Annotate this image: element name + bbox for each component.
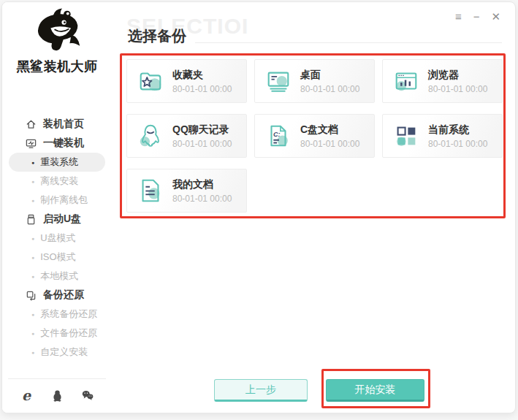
- wechat-icon[interactable]: [80, 388, 95, 402]
- desktop-icon: [264, 67, 292, 95]
- sidebar-item-label: 文件备份还原: [40, 327, 97, 340]
- page-title: 选择备份: [128, 26, 186, 46]
- app-logo: 黑鲨装机大师: [2, 2, 112, 75]
- backup-card-title: QQ聊天记录: [172, 123, 232, 137]
- sidebar-item-label: 制作离线包: [40, 194, 88, 207]
- ie-icon[interactable]: e: [19, 388, 34, 402]
- backup-card-time: 80-01-01 00:00: [428, 139, 487, 149]
- close-icon[interactable]: ✕: [491, 11, 500, 22]
- main-content: ≡ − ✕ SELECTIOI 选择备份 收藏夹 80-01-01 00:00: [112, 2, 515, 413]
- backup-card-time: 80-01-01 00:00: [172, 84, 232, 94]
- sidebar-item-backup-restore[interactable]: 备份还原: [2, 286, 112, 305]
- title-underline: [195, 42, 502, 43]
- sidebar-item-label: U盘模式: [40, 232, 75, 245]
- qq-icon[interactable]: [50, 388, 64, 402]
- sidebar: 黑鲨装机大师 装机首页 一键装机 重装系统 离线安装 制: [2, 2, 112, 413]
- sidebar-item-home[interactable]: 装机首页: [2, 115, 112, 134]
- sidebar-item-label: 启动U盘: [43, 213, 81, 226]
- backup-card-my-documents[interactable]: 我的文档 80-01-01 00:00: [126, 169, 247, 213]
- sidebar-item-boot-usb[interactable]: 启动U盘: [2, 210, 112, 229]
- previous-step-button[interactable]: 上一步: [214, 379, 308, 402]
- sidebar-item-label: ISO模式: [40, 251, 75, 264]
- favorites-folder-icon: [137, 67, 164, 95]
- my-documents-icon: [137, 177, 164, 205]
- sidebar-item-usb-mode[interactable]: U盘模式: [9, 229, 105, 248]
- sidebar-item-system-backup-restore[interactable]: 系统备份还原: [9, 305, 105, 324]
- backup-card-title: 浏览器: [428, 69, 487, 82]
- backup-card-time: 80-01-01 00:00: [172, 139, 232, 149]
- sidebar-item-label: 自定义安装: [40, 345, 88, 359]
- one-key-install-icon: [26, 138, 37, 149]
- shark-logo-icon: [25, 45, 89, 57]
- home-icon: [26, 119, 37, 130]
- backup-card-time: 80-01-01 00:00: [300, 139, 359, 149]
- backup-card-browser[interactable]: 浏览器 80-01-01 00:00: [382, 59, 503, 103]
- backup-card-c-drive-docs[interactable]: C: C盘文档 80-01-01 00:00: [254, 114, 375, 158]
- backup-card-title: 桌面: [300, 69, 359, 82]
- backup-card-title: 我的文档: [172, 178, 232, 191]
- start-install-button[interactable]: 开始安装: [326, 379, 424, 402]
- sidebar-item-label: 一键装机: [43, 137, 84, 150]
- backup-card-time: 80-01-01 00:00: [300, 84, 359, 94]
- backup-card-current-system[interactable]: 当前系统 80-01-01 00:00: [382, 114, 503, 158]
- sidebar-item-label: 装机首页: [43, 118, 84, 131]
- browser-icon: [392, 67, 420, 95]
- sidebar-item-label: 离线安装: [40, 175, 78, 188]
- backup-restore-icon: [26, 290, 37, 301]
- app-title: 黑鲨装机大师: [2, 58, 112, 75]
- sidebar-item-offline-install[interactable]: 离线安装: [9, 172, 105, 191]
- usb-drive-icon: [26, 214, 37, 225]
- svg-text:C:: C:: [273, 131, 281, 138]
- qq-chat-icon: [137, 122, 164, 150]
- app-window: 黑鲨装机大师 装机首页 一键装机 重装系统 离线安装 制: [1, 1, 516, 413]
- sidebar-item-make-offline-package[interactable]: 制作离线包: [9, 191, 105, 210]
- sidebar-nav: 装机首页 一键装机 重装系统 离线安装 制作离线包 启动U盘: [2, 115, 112, 362]
- minimize-icon[interactable]: −: [473, 11, 480, 22]
- backup-card-time: 80-01-01 00:00: [172, 194, 232, 204]
- sidebar-item-file-backup-restore[interactable]: 文件备份还原: [9, 324, 105, 343]
- sidebar-item-local-mode[interactable]: 本地模式: [9, 267, 105, 286]
- backup-card-title: 当前系统: [428, 123, 487, 137]
- sidebar-item-reinstall-system[interactable]: 重装系统: [9, 153, 105, 172]
- sidebar-item-label: 备份还原: [43, 289, 84, 302]
- sidebar-item-label: 系统备份还原: [40, 308, 97, 321]
- sidebar-item-label: 本地模式: [40, 270, 78, 283]
- backup-card-title: 收藏夹: [172, 69, 232, 82]
- backup-card-favorites[interactable]: 收藏夹 80-01-01 00:00: [126, 59, 247, 103]
- c-drive-doc-icon: C:: [264, 122, 292, 150]
- sidebar-item-iso-mode[interactable]: ISO模式: [9, 248, 105, 267]
- sidebar-item-custom-install[interactable]: 自定义安装: [9, 343, 105, 362]
- backup-card-time: 80-01-01 00:00: [428, 84, 487, 94]
- backup-card-title: C盘文档: [300, 123, 359, 137]
- sidebar-footer: e: [2, 383, 112, 408]
- sidebar-item-label: 重装系统: [40, 156, 78, 169]
- backup-card-qq-chat[interactable]: QQ聊天记录 80-01-01 00:00: [126, 114, 247, 158]
- backup-card-desktop[interactable]: 桌面 80-01-01 00:00: [254, 59, 375, 103]
- menu-icon[interactable]: ≡: [455, 11, 462, 22]
- sidebar-divider: [8, 378, 106, 379]
- current-system-icon: [392, 122, 420, 150]
- sidebar-item-one-key-install[interactable]: 一键装机: [2, 134, 112, 153]
- backup-card-grid: 收藏夹 80-01-01 00:00 桌面: [126, 59, 503, 213]
- window-controls: ≡ − ✕: [455, 11, 500, 22]
